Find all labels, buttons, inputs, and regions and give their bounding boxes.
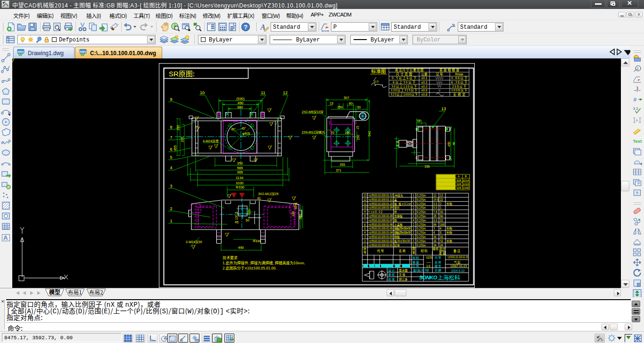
svg-text:比 例: 比 例 [413,264,419,268]
svg-text:YZ3010.10.100.01-03: YZ3010.10.100.01-03 [368,235,393,239]
svg-text:外购: 外购 [446,230,452,235]
svg-text:板 板X51M: 板 板X51M [394,202,411,206]
svg-text:315以上1000以下: 315以上1000以下 [390,92,418,97]
svg-text:6: 6 [364,222,366,227]
svg-text:布局2: 布局2 [89,288,103,296]
svg-text:2: 2 [413,205,414,210]
svg-text:上盖板: 上盖板 [394,222,403,227]
svg-text:855: 855 [173,145,177,151]
svg-text:审 核: 审 核 [388,272,395,277]
svg-text:5.5: 5.5 [433,218,437,222]
svg-text:1: 1 [413,193,414,197]
svg-text:12.5: 12.5 [374,80,379,83]
svg-text:5: 5 [364,226,365,230]
svg-text:▽: ▽ [438,89,441,92]
svg-text:70: 70 [330,131,334,134]
svg-text:2: 2 [413,239,414,243]
svg-text:380: 380 [237,105,243,109]
svg-text:1018: 1018 [462,183,469,186]
svg-text:2: 2 [413,210,414,214]
svg-text:▽▽▽: ▽▽▽ [437,81,443,84]
svg-text:标准图: 标准图 [371,67,386,74]
svg-text:1:5: 1:5 [426,264,430,268]
svg-text:11: 11 [261,90,265,95]
svg-text:2: 2 [413,214,414,218]
svg-text:YZ3010.10.100.01-10: YZ3010.10.100.01-10 [368,202,393,206]
svg-text:0.235A: 0.235A [417,230,426,235]
svg-text:材 料: 材 料 [413,255,419,260]
svg-text:3.2: 3.2 [633,106,639,111]
svg-text:84: 84 [433,222,437,227]
svg-text:隔板: 隔板 [394,235,400,239]
svg-text:168: 168 [440,222,445,227]
svg-text:45: 45 [235,220,239,224]
svg-text:9: 9 [364,210,365,214]
svg-text:无规定: 无规定 [453,92,465,97]
svg-text:80: 80 [349,102,353,105]
svg-text:3: 3 [413,202,414,206]
svg-text:1: 1 [637,66,639,71]
svg-text:板30X30X30: 板30X30X30 [394,239,411,243]
svg-text:6: 6 [170,147,172,152]
svg-text:1: 1 [170,219,172,223]
svg-text:22: 22 [440,197,443,202]
svg-text:件: 件 [394,210,397,214]
svg-text:Φ334: Φ334 [253,239,261,243]
svg-text:Text: Text [633,139,643,144]
svg-text:TJD8-02: TJD8-02 [368,210,383,214]
svg-text:1048: 1048 [462,187,469,189]
svg-text:2014-5-22: 2014-5-22 [451,269,465,273]
svg-text:2-M24深30: 2-M24深30 [186,240,202,244]
svg-text:A: A [636,119,638,122]
svg-text:王 俊: 王 俊 [399,272,405,277]
svg-text:钢板255X155X30: 钢板255X155X30 [394,230,411,235]
svg-text:450: 450 [238,101,244,105]
svg-text:0.235A: 0.235A [417,197,426,202]
svg-text:YZ3010.10.100.01-01: YZ3010.10.100.01-01 [368,243,393,247]
svg-text:2: 2 [440,202,442,206]
svg-text:技术要求: 技术要求 [223,255,238,260]
svg-text:B: B [465,175,467,178]
svg-text:YZ3010.10.100.01.00: YZ3010.10.100.01.00 [447,255,468,259]
svg-text:22: 22 [440,218,443,222]
svg-text:SR原图:: SR原图: [169,68,195,78]
svg-text:φ405: φ405 [242,132,250,136]
svg-text:6: 6 [440,226,442,230]
svg-text:965: 965 [237,170,243,174]
svg-text:上海松科: 上海松科 [438,273,460,281]
svg-text:50: 50 [246,219,249,222]
svg-text:371: 371 [336,169,341,172]
svg-text:▽▽▽▽: ▽▽▽▽ [436,77,444,80]
svg-text:328: 328 [456,179,462,182]
svg-text:250: 250 [337,106,343,109]
svg-text:8: 8 [170,125,172,130]
svg-text:JB接头: JB接头 [394,193,403,197]
svg-text:YZ3010.10.100.01-04: YZ3010.10.100.01-04 [368,230,393,235]
svg-text:2.此图拆分于X10Z100.05.01.00.: 2.此图拆分于X10Z100.05.01.00. [223,265,277,270]
svg-text:R: R [633,97,637,102]
svg-text:3X2-M12深25: 3X2-M12深25 [258,192,278,196]
svg-text:15: 15 [356,126,359,130]
svg-text:代 号: 代 号 [377,248,384,253]
svg-text:?: ? [636,191,638,196]
svg-text:±0.8: ±0.8 [421,92,428,97]
svg-text:45°: 45° [231,128,236,131]
svg-text:吴大银: 吴大银 [399,268,408,272]
svg-text:8: 8 [440,230,442,235]
svg-text:12: 12 [283,90,288,95]
svg-text:12: 12 [363,197,367,202]
svg-text:328: 328 [456,183,462,186]
svg-text:13: 13 [363,193,367,197]
svg-text:0.235A: 0.235A [417,218,426,222]
svg-text:单件: 单件 [433,246,439,251]
svg-text:▽▽: ▽▽ [438,85,442,88]
svg-text:8: 8 [364,214,366,218]
svg-text:4: 4 [170,165,172,170]
svg-text:7: 7 [170,135,172,140]
svg-text:28: 28 [433,214,437,218]
svg-text:10: 10 [200,90,205,95]
svg-text:备 注: 备 注 [454,248,461,253]
svg-text:3: 3 [170,184,172,188]
svg-text:15: 15 [417,119,421,122]
svg-text:盖: 盖 [394,197,397,202]
